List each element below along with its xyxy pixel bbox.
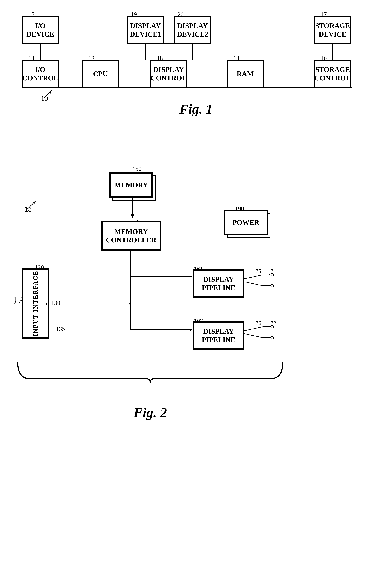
ref-130: 130 [51, 299, 60, 306]
arrow-to-dp2 [187, 327, 194, 333]
io-device-block: I/O DEVICE [22, 16, 59, 44]
ref-150: 150 [133, 166, 142, 172]
display-control-label: DISPLAY CONTROL [151, 65, 187, 82]
ref-135: 135 [56, 325, 65, 332]
svg-marker-8 [19, 301, 21, 303]
input-interface-label: INPUT INTERFACE [32, 270, 39, 336]
vline-io [40, 43, 41, 60]
fig1-title: Fig. 1 [14, 101, 378, 117]
svg-marker-16 [190, 275, 192, 278]
bus-line [22, 87, 352, 88]
input-arrow-110 [14, 299, 23, 305]
arrow-to-vbus [126, 301, 133, 307]
vline-disp2 [192, 43, 193, 60]
hbus-dp1 [131, 276, 192, 277]
svg-point-20 [271, 273, 274, 276]
page: 15 19 20 17 I/O DEVICE DISPLAY DEVICE1 D… [0, 0, 392, 563]
svg-point-28 [271, 325, 274, 328]
svg-point-6 [14, 301, 16, 303]
display2-label: DISPLAY DEVICE2 [175, 22, 210, 39]
cpu-label: CPU [93, 70, 108, 78]
svg-point-32 [271, 336, 274, 339]
power-block: POWER [224, 210, 268, 235]
vline-disp-center [169, 43, 169, 60]
svg-marker-10 [45, 303, 47, 305]
display1-block: DISPLAY DEVICE1 [127, 16, 164, 44]
arrow-to-dp1 [187, 274, 194, 279]
display-pipeline2-block: DISPLAY PIPELINE [193, 321, 245, 350]
svg-marker-14 [190, 329, 192, 331]
svg-line-29 [244, 333, 263, 338]
svg-line-21 [244, 282, 263, 286]
curly-brace [14, 359, 287, 398]
svg-marker-1 [50, 90, 52, 94]
display-control-block: DISPLAY CONTROL [150, 60, 187, 88]
svg-marker-5 [131, 214, 134, 218]
io-control-label: I/O CONTROL [22, 65, 58, 82]
storage-device-label: STORAGE DEVICE [315, 22, 350, 39]
arrow-18-fig2 [26, 200, 37, 211]
fig2-diagram: 18 150 MEMORY 140 MEMORY CONTROLLER 190 … [14, 164, 378, 506]
svg-line-17 [244, 275, 263, 279]
svg-point-24 [271, 284, 274, 287]
memory-controller-block: MEMORY CONTROLLER [101, 221, 161, 251]
display-pipeline1-block: DISPLAY PIPELINE [193, 269, 245, 298]
arrow-to-interface [45, 301, 50, 307]
memory-controller-label: MEMORY CONTROLLER [103, 227, 159, 244]
storage-control-block: STORAGE CONTROL [314, 60, 351, 88]
output-175 [244, 279, 274, 290]
arrow-mem-to-ctrl [130, 198, 135, 220]
svg-line-25 [244, 327, 263, 331]
ref-11: 11 [28, 89, 34, 96]
storage-device-block: STORAGE DEVICE [314, 16, 351, 44]
io-control-block: I/O CONTROL [22, 60, 59, 88]
storage-control-label: STORAGE CONTROL [315, 65, 351, 82]
hbus-130 [49, 304, 131, 304]
fig2-title: Fig. 2 [14, 405, 287, 420]
hbus-135 [131, 330, 192, 330]
vline-storage [332, 43, 333, 60]
display2-block: DISPLAY DEVICE2 [174, 16, 211, 44]
cpu-block: CPU [82, 60, 119, 88]
vline-disp1 [145, 43, 146, 60]
display-pipeline1-label: DISPLAY PIPELINE [194, 275, 243, 292]
display-pipeline2-label: DISPLAY PIPELINE [194, 327, 243, 344]
memory-block: MEMORY [109, 172, 153, 198]
memory-label: MEMORY [114, 181, 148, 189]
display1-label: DISPLAY DEVICE1 [128, 22, 163, 39]
arrow-10 [42, 89, 53, 100]
ram-label: RAM [237, 70, 254, 78]
output-176 [244, 331, 274, 342]
ram-block: RAM [227, 60, 264, 88]
main-vbus [130, 251, 131, 330]
svg-marker-3 [34, 201, 36, 205]
svg-marker-12 [129, 303, 130, 305]
io-device-label: I/O DEVICE [23, 22, 58, 39]
power-label: POWER [233, 218, 259, 227]
fig1-diagram: 15 19 20 17 I/O DEVICE DISPLAY DEVICE1 D… [14, 8, 378, 120]
